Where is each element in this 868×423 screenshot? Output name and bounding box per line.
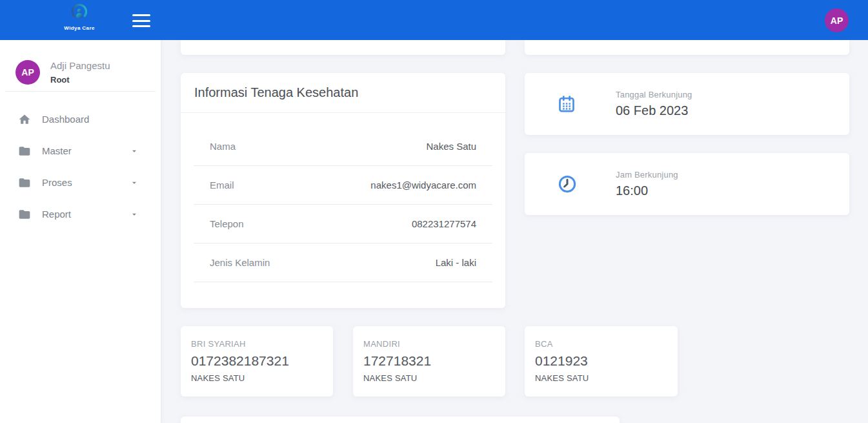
folder-icon — [18, 176, 31, 189]
widyacare-logo-icon — [68, 3, 90, 22]
sidebar-item-report[interactable]: Report — [0, 198, 161, 230]
bank-account-holder: NAKES SATU — [363, 373, 495, 383]
visit-date-card: Tanggal Berkunjung 06 Feb 2023 — [525, 73, 849, 135]
user-role: Root — [50, 75, 110, 85]
sidebar-item-label: Dashboard — [42, 114, 89, 125]
info-row-value: 082231277574 — [412, 218, 476, 229]
sidebar-divider — [5, 91, 156, 92]
brand-name: Widya Care — [60, 25, 99, 31]
calendar-icon — [558, 95, 577, 113]
brand-logo: Widya Care — [60, 3, 99, 31]
visit-date-value: 06 Feb 2023 — [616, 103, 692, 118]
bank-account-number: 0121923 — [535, 353, 667, 369]
visit-time-text: Jam Berkunjung 16:00 — [616, 170, 678, 198]
sidebar-menu: Dashboard Master Proses — [0, 103, 161, 230]
bank-name: BCA — [535, 339, 667, 349]
bank-account-number: 0172382187321 — [191, 353, 323, 369]
clock-icon — [558, 174, 577, 194]
scrolled-card-partial-left — [181, 40, 505, 55]
sidebar-user-meta: Adji Pangestu Root — [50, 59, 110, 85]
visit-date-text: Tanggal Berkunjung 06 Feb 2023 — [616, 90, 692, 118]
bank-account-number: 172718321 — [363, 353, 495, 369]
folder-icon — [18, 145, 31, 158]
visit-time-card: Jam Berkunjung 16:00 — [525, 153, 849, 215]
info-row-nama: Nama Nakes Satu — [194, 127, 492, 166]
visit-time-label: Jam Berkunjung — [616, 170, 678, 180]
bank-account-holder: NAKES SATU — [535, 373, 667, 383]
folder-icon — [18, 208, 31, 221]
sidebar-item-proses[interactable]: Proses — [0, 167, 161, 198]
sidebar-item-label: Proses — [42, 177, 72, 188]
bank-name: BRI SYARIAH — [191, 339, 323, 349]
hamburger-menu-icon[interactable] — [132, 14, 150, 27]
chevron-down-icon — [131, 148, 137, 154]
bank-account-holder: NAKES SATU — [191, 373, 323, 383]
sidebar-item-label: Report — [42, 209, 71, 220]
bank-card-bca: BCA 0121923 NAKES SATU — [525, 326, 678, 397]
sidebar-item-master[interactable]: Master — [0, 135, 161, 167]
info-row-label: Email — [210, 180, 234, 191]
info-row-jenis-kelamin: Jenis Kelamin Laki - laki — [194, 243, 492, 282]
info-row-label: Jenis Kelamin — [210, 257, 270, 268]
bank-card-mandiri: MANDIRI 172718321 NAKES SATU — [353, 326, 505, 397]
info-row-email: Email nakes1@widyacare.com — [194, 166, 492, 205]
info-row-value: Laki - laki — [436, 257, 476, 268]
sidebar-user-profile: AP Adji Pangestu Root — [0, 40, 161, 90]
info-row-label: Telepon — [210, 218, 244, 229]
bank-name: MANDIRI — [363, 339, 495, 349]
bank-card-bri-syariah: BRI SYARIAH 0172382187321 NAKES SATU — [181, 326, 333, 397]
home-icon — [18, 113, 31, 126]
chevron-down-icon — [131, 180, 137, 186]
info-card-header: Informasi Tenaga Kesehatan — [181, 73, 505, 113]
sidebar: AP Adji Pangestu Root Dashboard Master — [0, 40, 161, 423]
user-name: Adji Pangestu — [50, 59, 110, 72]
main-content: Informasi Tenaga Kesehatan Nama Nakes Sa… — [161, 40, 868, 423]
info-row-label: Nama — [210, 141, 236, 152]
visit-time-value: 16:00 — [616, 183, 678, 198]
scrolled-card-partial-right — [525, 40, 849, 55]
header-user-avatar[interactable]: AP — [825, 8, 849, 32]
info-card-body: Nama Nakes Satu Email nakes1@widyacare.c… — [181, 113, 505, 282]
info-row-telepon: Telepon 082231277574 — [194, 205, 492, 243]
next-card-partial — [181, 417, 620, 423]
sidebar-item-dashboard[interactable]: Dashboard — [0, 103, 161, 135]
top-header: Widya Care AP — [0, 0, 868, 40]
sidebar-item-label: Master — [42, 145, 72, 156]
info-row-value: nakes1@widyacare.com — [370, 180, 476, 191]
health-worker-info-card: Informasi Tenaga Kesehatan Nama Nakes Sa… — [181, 73, 505, 308]
info-row-value: Nakes Satu — [426, 141, 476, 152]
info-card-title: Informasi Tenaga Kesehatan — [194, 85, 358, 100]
sidebar-user-avatar: AP — [15, 60, 40, 85]
visit-date-label: Tanggal Berkunjung — [616, 90, 692, 99]
chevron-down-icon — [131, 211, 137, 218]
